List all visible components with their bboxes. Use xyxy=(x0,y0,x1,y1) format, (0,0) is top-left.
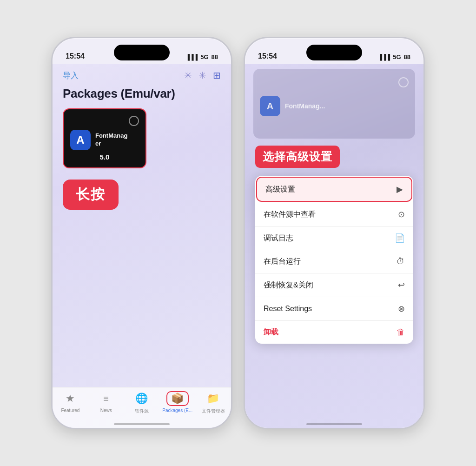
tab-filemanager[interactable]: 📁 文件管理器 xyxy=(195,391,231,414)
menu-item-uninstall[interactable]: 卸载 🗑 xyxy=(255,321,413,344)
sources-label: 软件源 xyxy=(135,408,149,414)
packages-icon: 📦 xyxy=(171,393,184,405)
home-indicator-left xyxy=(114,423,170,425)
menu-item-reset-label: Reset Settings xyxy=(264,305,312,313)
bg-app-row: A FontManag... xyxy=(253,96,415,116)
select-title: 选择高级设置 xyxy=(255,146,340,168)
sparkle-icon-2[interactable]: ✳ xyxy=(198,70,206,81)
packages-icon-wrapper: 📦 xyxy=(166,391,189,406)
bg-app-icon: A xyxy=(260,96,280,116)
sources-icon-wrapper: 🌐 xyxy=(131,391,153,406)
filemanager-label: 文件管理器 xyxy=(202,408,225,414)
menu-item-bg-run-label: 在后台运行 xyxy=(264,257,301,266)
long-press-text: 长按 xyxy=(76,186,106,202)
battery-right: 88 xyxy=(404,53,410,60)
circle-icon xyxy=(129,116,139,126)
bg-app-letter: A xyxy=(267,101,273,112)
dynamic-island-left xyxy=(114,45,170,60)
menu-item-bg-run[interactable]: 在后台运行 ⏱ xyxy=(255,250,413,273)
dynamic-island-right xyxy=(306,45,362,60)
tab-packages[interactable]: 📦 Packages (E... xyxy=(159,391,195,413)
sparkle-icon-1[interactable]: ✳ xyxy=(184,70,192,81)
package-version: 5.0 xyxy=(70,153,139,161)
menu-item-uninstall-icon: 🗑 xyxy=(397,327,405,337)
menu-item-debug-label: 调试日志 xyxy=(264,233,293,243)
package-name: FontManager xyxy=(95,132,127,148)
font-manager-icon: A xyxy=(70,130,91,150)
menu-item-reset-icon: ⊗ xyxy=(398,304,405,314)
news-icon: ≡ xyxy=(103,393,109,404)
card-top xyxy=(70,116,139,126)
header-icons: ✳ ✳ ⊞ xyxy=(184,70,221,81)
menu-item-advanced-icon: ▶ xyxy=(397,184,403,194)
tab-sources[interactable]: 🌐 软件源 xyxy=(124,391,160,414)
network-type-right: 5G xyxy=(393,53,401,60)
menu-item-view-source-label: 在软件源中查看 xyxy=(264,210,316,220)
menu-item-reset-settings[interactable]: Reset Settings ⊗ xyxy=(255,297,413,321)
featured-icon: ★ xyxy=(66,393,75,405)
filemanager-icon-wrapper: 📁 xyxy=(202,391,225,406)
menu-item-view-source-icon: ⊙ xyxy=(398,209,405,220)
filemanager-icon: 📁 xyxy=(207,393,219,405)
card-body: A FontManager xyxy=(70,130,139,150)
signal-icon-right: ▐▐▐ xyxy=(378,54,390,60)
status-icons-left: ▐▐▐ 5G 88 xyxy=(186,53,218,60)
bg-circle xyxy=(398,77,409,87)
package-card[interactable]: A FontManager 5.0 xyxy=(63,108,146,168)
bg-preview-area: A FontManag... xyxy=(253,69,415,139)
menu-item-bg-run-icon: ⏱ xyxy=(397,257,405,266)
status-icons-right: ▐▐▐ 5G 88 xyxy=(378,53,410,60)
package-info: FontManager xyxy=(95,132,127,148)
menu-item-force-restore-label: 强制恢复&关闭 xyxy=(264,280,313,290)
bg-app-name: FontManag... xyxy=(285,102,325,110)
menu-item-uninstall-label: 卸载 xyxy=(264,327,278,337)
network-type-left: 5G xyxy=(200,53,208,60)
sources-icon: 🌐 xyxy=(135,393,148,405)
phone-left: 15:54 ▐▐▐ 5G 88 导入 ✳ ✳ ⊞ Packages (Emu/v… xyxy=(51,37,232,429)
menu-item-force-restore[interactable]: 强制恢复&关闭 ↩ xyxy=(255,273,413,297)
menu-item-advanced-label: 高级设置 xyxy=(265,185,295,194)
home-indicator-right xyxy=(306,423,362,425)
featured-label: Featured xyxy=(61,408,79,413)
tab-news[interactable]: ≡ News xyxy=(88,391,124,413)
status-time-left: 15:54 xyxy=(66,52,85,60)
left-header: 导入 ✳ ✳ ⊞ xyxy=(53,64,231,85)
menu-item-force-restore-icon: ↩ xyxy=(398,280,405,290)
app-icon-letter: A xyxy=(76,133,84,146)
phone-right: 15:54 ▐▐▐ 5G 88 A FontManag... xyxy=(244,37,425,429)
context-menu: 高级设置 ▶ 在软件源中查看 ⊙ 调试日志 📄 在后台运行 ⏱ xyxy=(255,176,413,344)
menu-item-view-source[interactable]: 在软件源中查看 ⊙ xyxy=(255,203,413,226)
news-label: News xyxy=(100,408,112,413)
left-phone-content: 导入 ✳ ✳ ⊞ Packages (Emu/var) A xyxy=(53,64,231,428)
battery-left: 88 xyxy=(212,53,218,60)
long-press-badge: 长按 xyxy=(63,180,119,210)
tab-bar: ★ Featured ≡ News 🌐 软件源 xyxy=(53,387,231,428)
grid-icon[interactable]: ⊞ xyxy=(213,70,221,81)
featured-icon-wrapper: ★ xyxy=(59,391,81,406)
packages-label: Packages (E... xyxy=(162,408,192,413)
bg-preview-inner xyxy=(253,69,415,96)
page-title: Packages (Emu/var) xyxy=(53,85,231,108)
phone-wrapper: 15:54 ▐▐▐ 5G 88 导入 ✳ ✳ ⊞ Packages (Emu/v… xyxy=(51,37,425,429)
right-phone-content: A FontManag... 选择高级设置 高级设置 ▶ 在软件源中查看 ⊙ xyxy=(245,64,423,428)
tab-featured[interactable]: ★ Featured xyxy=(53,391,88,413)
status-time-right: 15:54 xyxy=(258,52,277,60)
menu-item-advanced[interactable]: 高级设置 ▶ xyxy=(256,177,412,202)
import-label[interactable]: 导入 xyxy=(63,70,79,81)
signal-icon-left: ▐▐▐ xyxy=(186,54,198,60)
menu-item-debug-icon: 📄 xyxy=(395,233,405,243)
news-icon-wrapper: ≡ xyxy=(95,391,117,406)
menu-item-debug-log[interactable]: 调试日志 📄 xyxy=(255,226,413,250)
